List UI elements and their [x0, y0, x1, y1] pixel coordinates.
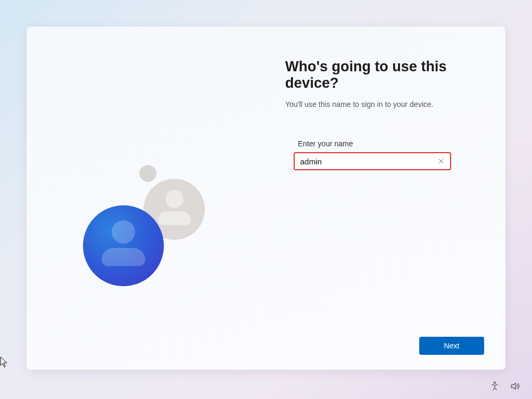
person-icon-primary: [83, 205, 164, 286]
next-button[interactable]: Next: [419, 337, 484, 355]
illustration-pane: [27, 27, 266, 370]
setup-card: Who's going to use this device? You'll u…: [27, 27, 505, 370]
accessibility-icon[interactable]: [489, 381, 500, 392]
name-input[interactable]: [300, 157, 436, 166]
avatar-illustration: [80, 165, 239, 325]
decorative-circle: [139, 165, 156, 182]
name-input-wrap[interactable]: [294, 152, 451, 170]
volume-icon[interactable]: [510, 381, 520, 392]
form-pane: Who's going to use this device? You'll u…: [266, 27, 505, 370]
page-subtitle: You'll use this name to sign in to your …: [285, 100, 484, 109]
page-title: Who's going to use this device?: [285, 59, 484, 92]
close-icon: [438, 159, 444, 164]
system-tray: [489, 381, 520, 392]
svg-point-2: [494, 382, 495, 384]
name-field-label: Enter your name: [298, 139, 484, 148]
cursor-icon: [0, 356, 9, 368]
clear-input-button[interactable]: [436, 156, 446, 166]
